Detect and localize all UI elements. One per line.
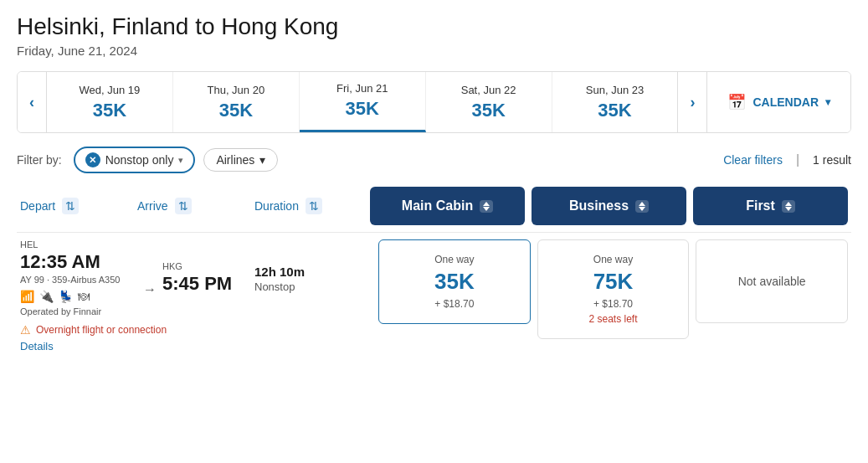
overnight-warning: ⚠ Overnight flight or connection bbox=[20, 323, 372, 337]
date-prev-button[interactable]: ‹ bbox=[18, 72, 47, 132]
nonstop-remove-icon[interactable]: ✕ bbox=[85, 152, 100, 167]
depart-sort-button[interactable]: Depart ⇅ bbox=[20, 198, 79, 214]
wifi-icon: 📶 bbox=[20, 290, 34, 303]
business-sort-icon bbox=[635, 200, 649, 213]
fare-cards: One way 35K + $18.70 One way 75K + $18.7… bbox=[378, 239, 848, 339]
details-link[interactable]: Details bbox=[20, 340, 372, 352]
first-sort-icon bbox=[782, 200, 795, 213]
airlines-filter[interactable]: Airlines ▾ bbox=[203, 148, 278, 172]
first-label: First bbox=[746, 198, 775, 213]
arr-airport-code: HKG bbox=[162, 261, 254, 271]
business-price: 75K bbox=[593, 269, 634, 295]
entertainment-icon: 💺 bbox=[59, 290, 73, 303]
clear-filters-link[interactable]: Clear filters bbox=[723, 153, 783, 167]
dep-airport-code: HEL bbox=[20, 239, 137, 250]
date-label: Sat, Jun 22 bbox=[461, 84, 516, 96]
flight-amenities: 📶 🔌 💺 🍽 bbox=[20, 290, 137, 303]
main-cabin-label: Main Cabin bbox=[402, 198, 473, 213]
dep-time: 12:35 AM bbox=[20, 251, 137, 273]
main-cabin-fare-card[interactable]: One way 35K + $18.70 bbox=[378, 239, 531, 324]
date-price: 35K bbox=[346, 98, 379, 120]
calendar-label: CALENDAR bbox=[752, 95, 819, 109]
arr-time: 5:45 PM bbox=[162, 273, 254, 295]
date-nav-dates: Wed, Jun 1935KThu, Jun 2035KFri, Jun 213… bbox=[47, 72, 677, 132]
arrive-label: Arrive bbox=[137, 199, 168, 213]
filter-by-label: Filter by: bbox=[17, 153, 62, 167]
date-item-3[interactable]: Sat, Jun 2235K bbox=[426, 72, 552, 132]
page-subtitle: Friday, June 21, 2024 bbox=[17, 44, 851, 58]
date-label: Thu, Jun 20 bbox=[208, 84, 265, 96]
date-price: 35K bbox=[471, 100, 505, 121]
calendar-chevron-icon: ▾ bbox=[825, 96, 830, 108]
duration-label: Duration bbox=[254, 199, 299, 213]
meal-icon: 🍽 bbox=[78, 290, 90, 303]
flight-info-col: HEL 12:35 AM AY 99 · 359-Airbus A350 📶 🔌… bbox=[20, 239, 372, 352]
date-label: Fri, Jun 21 bbox=[336, 82, 388, 95]
date-price: 35K bbox=[93, 100, 126, 121]
airline-info: AY 99 · 359-Airbus A350 bbox=[20, 275, 137, 285]
main-cabin-one-way-label: One way bbox=[434, 254, 474, 265]
depart-label: Depart bbox=[20, 199, 55, 213]
result-count: 1 result bbox=[813, 153, 851, 167]
main-cabin-price: 35K bbox=[434, 269, 475, 295]
airlines-label: Airlines bbox=[216, 153, 254, 167]
business-label: Business bbox=[569, 198, 629, 213]
depart-col-header: Depart ⇅ bbox=[20, 198, 137, 214]
nonstop-filter-chip[interactable]: ✕ Nonstop only ▾ bbox=[74, 147, 196, 173]
calendar-button[interactable]: 📅 CALENDAR ▾ bbox=[706, 72, 850, 132]
depart-sort-icon: ⇅ bbox=[62, 198, 79, 214]
first-header-button[interactable]: First bbox=[693, 187, 848, 225]
filter-divider: | bbox=[796, 152, 799, 167]
stops-info: Nonstop bbox=[254, 280, 363, 293]
date-price: 35K bbox=[598, 100, 631, 121]
business-fee: + $18.70 bbox=[593, 298, 633, 310]
overnight-text: Overnight flight or connection bbox=[36, 324, 167, 336]
main-cabin-fee: + $18.70 bbox=[434, 298, 474, 310]
arrival-info: HKG 5:45 PM bbox=[162, 261, 254, 295]
page-title: Helsinki, Finland to Hong Kong bbox=[17, 13, 851, 40]
arrive-sort-button[interactable]: Arrive ⇅ bbox=[137, 198, 192, 214]
filter-bar: Filter by: ✕ Nonstop only ▾ Airlines ▾ C… bbox=[17, 147, 851, 173]
date-label: Sun, Jun 23 bbox=[586, 84, 644, 96]
duration-sort-button[interactable]: Duration ⇅ bbox=[254, 198, 322, 214]
business-fare-card[interactable]: One way 75K + $18.70 2 seats left bbox=[537, 239, 690, 339]
date-item-0[interactable]: Wed, Jun 1935K bbox=[47, 72, 173, 132]
airlines-chevron-icon: ▾ bbox=[259, 153, 265, 167]
flight-arrow: → bbox=[137, 259, 162, 297]
duration-col-header: Duration ⇅ bbox=[254, 198, 363, 214]
business-header-button[interactable]: Business bbox=[532, 187, 686, 225]
flight-row: HEL 12:35 AM AY 99 · 359-Airbus A350 📶 🔌… bbox=[17, 232, 851, 359]
cabin-headers: Main Cabin Business First bbox=[370, 187, 848, 225]
first-fare-card: Not available bbox=[696, 239, 848, 323]
date-nav-bar: ‹ Wed, Jun 1935KThu, Jun 2035KFri, Jun 2… bbox=[17, 71, 851, 133]
nonstop-chip-chevron: ▾ bbox=[178, 155, 183, 166]
date-item-4[interactable]: Sun, Jun 2335K bbox=[552, 72, 678, 132]
duration-time: 12h 10m bbox=[254, 265, 363, 279]
calendar-icon: 📅 bbox=[727, 93, 746, 111]
warning-icon: ⚠ bbox=[20, 323, 31, 337]
date-item-2[interactable]: Fri, Jun 2135K bbox=[300, 72, 426, 132]
date-label: Wed, Jun 19 bbox=[80, 84, 141, 96]
date-price: 35K bbox=[219, 100, 253, 121]
column-headers: Depart ⇅ Arrive ⇅ Duration ⇅ Main Cabin bbox=[17, 187, 851, 225]
date-next-button[interactable]: › bbox=[677, 72, 706, 132]
arrive-sort-icon: ⇅ bbox=[175, 198, 192, 214]
date-item-1[interactable]: Thu, Jun 2035K bbox=[173, 72, 300, 132]
power-icon: 🔌 bbox=[39, 290, 54, 303]
nonstop-chip-label: Nonstop only bbox=[105, 153, 174, 167]
operated-by: Operated by Finnair bbox=[20, 306, 137, 316]
departure-info: HEL 12:35 AM AY 99 · 359-Airbus A350 📶 🔌… bbox=[20, 239, 137, 316]
business-seats-left: 2 seats left bbox=[588, 313, 637, 325]
arrive-col-header: Arrive ⇅ bbox=[137, 198, 254, 214]
flight-duration: 12h 10m Nonstop bbox=[254, 263, 363, 293]
flight-times-row: HEL 12:35 AM AY 99 · 359-Airbus A350 📶 🔌… bbox=[20, 239, 372, 316]
business-one-way-label: One way bbox=[593, 254, 633, 265]
main-cabin-sort-icon bbox=[480, 200, 493, 213]
main-cabin-header-button[interactable]: Main Cabin bbox=[370, 187, 525, 225]
duration-sort-icon: ⇅ bbox=[306, 198, 322, 214]
first-not-available: Not available bbox=[738, 275, 806, 288]
